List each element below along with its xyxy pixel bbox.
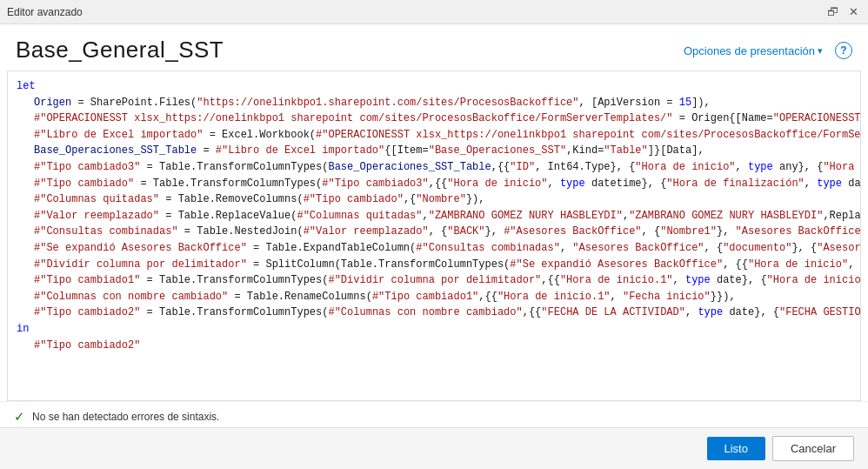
code-line: #"Columnas con nombre cambiado" = Table.… [17, 289, 851, 305]
code-line: #"Se expandió Asesores BackOffice" = Tab… [17, 240, 851, 257]
code-line: let [17, 78, 851, 95]
code-line: Origen = SharePoint.Files("https://oneli… [17, 95, 851, 111]
cancel-button[interactable]: Cancelar [772, 436, 854, 461]
code-line: #"Dividir columna por delimitador" = Spl… [17, 257, 851, 273]
code-line: Base_Operaciones_SST_Table = #"Libro de … [17, 143, 851, 159]
code-line: #"Valor reemplazado" = Table.ReplaceValu… [17, 208, 851, 224]
main-header: Base_General_SST Opciones de presentació… [0, 24, 868, 70]
code-line: #"Tipo cambiado3" = Table.TransformColum… [17, 159, 851, 176]
code-line: #"OPERACIONESST xlsx_https://onelinkbpo1… [17, 111, 851, 127]
title-bar: Editor avanzado 🗗 ✕ [0, 0, 868, 24]
code-line: #"Consultas combinadas" = Table.NestedJo… [17, 224, 851, 240]
title-bar-text: Editor avanzado [7, 6, 83, 18]
code-editor[interactable]: letOrigen = SharePoint.Files("https://on… [7, 70, 861, 401]
close-button[interactable]: ✕ [845, 4, 861, 20]
code-line: #"Tipo cambiado1" = Table.TransformColum… [17, 272, 851, 289]
status-message: No se han detectado errores de sintaxis. [32, 411, 219, 423]
presentation-options-button[interactable]: Opciones de presentación [684, 44, 823, 57]
help-button[interactable]: ? [835, 42, 852, 59]
code-area: letOrigen = SharePoint.Files("https://on… [8, 71, 860, 400]
restore-button[interactable]: 🗗 [825, 4, 840, 20]
bottom-bar: Listo Cancelar [0, 427, 868, 469]
status-check-icon: ✓ [14, 409, 25, 425]
ok-button[interactable]: Listo [707, 437, 765, 460]
code-line: #"Tipo cambiado2" = Table.TransformColum… [17, 305, 851, 321]
code-line: #"Tipo cambiado2" [17, 338, 851, 354]
page-title: Base_General_SST [16, 37, 224, 64]
header-right: Opciones de presentación ? [684, 42, 852, 59]
code-line: #"Libro de Excel importado" = Excel.Work… [17, 127, 851, 144]
code-content[interactable]: letOrigen = SharePoint.Files("https://on… [8, 71, 860, 400]
code-line: #"Columnas quitadas" = Table.RemoveColum… [17, 191, 851, 208]
title-bar-controls: 🗗 ✕ [825, 4, 861, 20]
code-line: in [17, 321, 851, 338]
code-line: #"Tipo cambiado" = Table.TransformColumn… [17, 176, 851, 192]
